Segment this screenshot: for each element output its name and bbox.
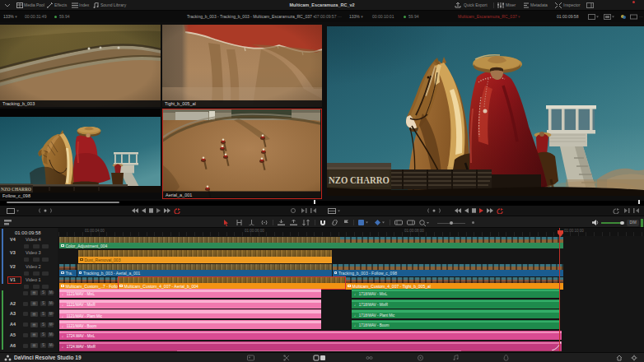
svg-text:Tracking_b_003: Tracking_b_003 — [2, 101, 35, 106]
svg-text:Follow_c_098: Follow_c_098 — [2, 193, 30, 198]
svg-text:Tight_b_005_al: Tight_b_005_al — [165, 101, 196, 106]
svg-text:Aerial_a_001: Aerial_a_001 — [166, 192, 192, 197]
svg-text:NZO CHARRO: NZO CHARRO — [329, 174, 390, 186]
svg-text:NZO CHARRO: NZO CHARRO — [1, 187, 32, 192]
